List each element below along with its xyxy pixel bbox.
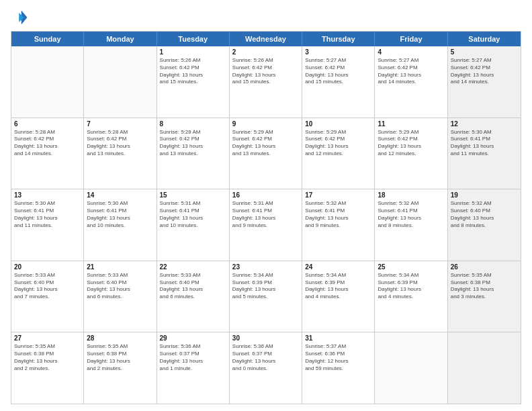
cell-info: Sunrise: 5:33 AM Sunset: 6:40 PM Dayligh…	[14, 272, 81, 301]
calendar-cell: 15Sunrise: 5:31 AM Sunset: 6:41 PM Dayli…	[157, 189, 230, 261]
header-cell-friday: Friday	[375, 32, 447, 46]
calendar-cell: 31Sunrise: 5:37 AM Sunset: 6:36 PM Dayli…	[302, 332, 375, 404]
calendar-row: 1Sunrise: 5:26 AM Sunset: 6:42 PM Daylig…	[11, 46, 521, 118]
calendar-cell: 27Sunrise: 5:35 AM Sunset: 6:38 PM Dayli…	[11, 332, 84, 404]
calendar-cell: 11Sunrise: 5:29 AM Sunset: 6:42 PM Dayli…	[375, 118, 447, 189]
cell-info: Sunrise: 5:26 AM Sunset: 6:42 PM Dayligh…	[232, 57, 299, 86]
cell-info: Sunrise: 5:26 AM Sunset: 6:42 PM Dayligh…	[160, 57, 226, 86]
calendar-cell: 23Sunrise: 5:34 AM Sunset: 6:39 PM Dayli…	[230, 261, 302, 332]
day-number: 13	[14, 191, 81, 199]
calendar-cell: 29Sunrise: 5:36 AM Sunset: 6:37 PM Dayli…	[157, 332, 230, 404]
day-number: 29	[160, 334, 226, 342]
day-number: 20	[14, 263, 81, 271]
cell-info: Sunrise: 5:28 AM Sunset: 6:42 PM Dayligh…	[160, 129, 226, 158]
day-number: 1	[160, 48, 226, 56]
day-number: 10	[305, 120, 371, 128]
calendar-cell: 1Sunrise: 5:26 AM Sunset: 6:42 PM Daylig…	[157, 46, 230, 118]
cell-info: Sunrise: 5:32 AM Sunset: 6:41 PM Dayligh…	[305, 200, 371, 229]
day-number: 25	[378, 263, 444, 271]
calendar-cell: 20Sunrise: 5:33 AM Sunset: 6:40 PM Dayli…	[11, 261, 84, 332]
cell-info: Sunrise: 5:28 AM Sunset: 6:42 PM Dayligh…	[87, 129, 153, 158]
day-number: 6	[14, 120, 81, 128]
calendar-cell: 7Sunrise: 5:28 AM Sunset: 6:42 PM Daylig…	[84, 118, 157, 189]
calendar-cell: 18Sunrise: 5:32 AM Sunset: 6:41 PM Dayli…	[375, 189, 447, 261]
calendar-cell: 26Sunrise: 5:35 AM Sunset: 6:38 PM Dayli…	[448, 261, 521, 332]
calendar-body: 1Sunrise: 5:26 AM Sunset: 6:42 PM Daylig…	[11, 46, 521, 404]
calendar-cell: 9Sunrise: 5:29 AM Sunset: 6:42 PM Daylig…	[230, 118, 302, 189]
cell-info: Sunrise: 5:36 AM Sunset: 6:37 PM Dayligh…	[232, 343, 299, 372]
day-number: 14	[87, 191, 153, 199]
calendar-cell: 6Sunrise: 5:28 AM Sunset: 6:42 PM Daylig…	[11, 118, 84, 189]
day-number: 21	[87, 263, 153, 271]
cell-info: Sunrise: 5:30 AM Sunset: 6:41 PM Dayligh…	[451, 129, 518, 158]
day-number: 24	[305, 263, 371, 271]
header-cell-tuesday: Tuesday	[157, 32, 230, 46]
calendar-cell	[11, 46, 84, 118]
cell-info: Sunrise: 5:33 AM Sunset: 6:40 PM Dayligh…	[160, 272, 226, 301]
cell-info: Sunrise: 5:32 AM Sunset: 6:41 PM Dayligh…	[378, 200, 444, 229]
calendar-cell: 5Sunrise: 5:27 AM Sunset: 6:42 PM Daylig…	[448, 46, 521, 118]
logo-icon	[11, 8, 30, 27]
calendar-row: 6Sunrise: 5:28 AM Sunset: 6:42 PM Daylig…	[11, 118, 521, 190]
header-cell-thursday: Thursday	[302, 32, 375, 46]
cell-info: Sunrise: 5:36 AM Sunset: 6:37 PM Dayligh…	[160, 343, 226, 372]
calendar: SundayMondayTuesdayWednesdayThursdayFrid…	[11, 31, 521, 404]
cell-info: Sunrise: 5:28 AM Sunset: 6:42 PM Dayligh…	[14, 129, 81, 158]
calendar-cell: 17Sunrise: 5:32 AM Sunset: 6:41 PM Dayli…	[302, 189, 375, 261]
header-cell-wednesday: Wednesday	[230, 32, 302, 46]
header-cell-monday: Monday	[84, 32, 157, 46]
calendar-row: 13Sunrise: 5:30 AM Sunset: 6:41 PM Dayli…	[11, 189, 521, 261]
cell-info: Sunrise: 5:31 AM Sunset: 6:41 PM Dayligh…	[160, 200, 226, 229]
day-number: 31	[305, 334, 371, 342]
cell-info: Sunrise: 5:35 AM Sunset: 6:38 PM Dayligh…	[14, 343, 81, 372]
cell-info: Sunrise: 5:27 AM Sunset: 6:42 PM Dayligh…	[305, 57, 371, 86]
calendar-cell: 16Sunrise: 5:31 AM Sunset: 6:41 PM Dayli…	[230, 189, 302, 261]
calendar-cell: 22Sunrise: 5:33 AM Sunset: 6:40 PM Dayli…	[157, 261, 230, 332]
day-number: 7	[87, 120, 153, 128]
cell-info: Sunrise: 5:29 AM Sunset: 6:42 PM Dayligh…	[305, 129, 371, 158]
calendar-cell: 12Sunrise: 5:30 AM Sunset: 6:41 PM Dayli…	[448, 118, 521, 189]
day-number: 2	[232, 48, 299, 56]
cell-info: Sunrise: 5:29 AM Sunset: 6:42 PM Dayligh…	[378, 129, 444, 158]
calendar-cell: 13Sunrise: 5:30 AM Sunset: 6:41 PM Dayli…	[11, 189, 84, 261]
calendar-cell	[448, 332, 521, 404]
day-number: 18	[378, 191, 444, 199]
cell-info: Sunrise: 5:34 AM Sunset: 6:39 PM Dayligh…	[232, 272, 299, 301]
day-number: 5	[451, 48, 518, 56]
day-number: 23	[232, 263, 299, 271]
day-number: 8	[160, 120, 226, 128]
header-cell-saturday: Saturday	[448, 32, 521, 46]
cell-info: Sunrise: 5:33 AM Sunset: 6:40 PM Dayligh…	[87, 272, 153, 301]
calendar-cell: 21Sunrise: 5:33 AM Sunset: 6:40 PM Dayli…	[84, 261, 157, 332]
day-number: 22	[160, 263, 226, 271]
header	[11, 8, 521, 27]
cell-info: Sunrise: 5:27 AM Sunset: 6:42 PM Dayligh…	[451, 57, 518, 86]
cell-info: Sunrise: 5:29 AM Sunset: 6:42 PM Dayligh…	[232, 129, 299, 158]
calendar-row: 27Sunrise: 5:35 AM Sunset: 6:38 PM Dayli…	[11, 332, 521, 404]
day-number: 16	[232, 191, 299, 199]
day-number: 15	[160, 191, 226, 199]
calendar-cell	[84, 46, 157, 118]
cell-info: Sunrise: 5:30 AM Sunset: 6:41 PM Dayligh…	[14, 200, 81, 229]
calendar-cell: 8Sunrise: 5:28 AM Sunset: 6:42 PM Daylig…	[157, 118, 230, 189]
calendar-cell: 30Sunrise: 5:36 AM Sunset: 6:37 PM Dayli…	[230, 332, 302, 404]
calendar-cell: 2Sunrise: 5:26 AM Sunset: 6:42 PM Daylig…	[230, 46, 302, 118]
calendar-cell: 10Sunrise: 5:29 AM Sunset: 6:42 PM Dayli…	[302, 118, 375, 189]
calendar-header: SundayMondayTuesdayWednesdayThursdayFrid…	[11, 32, 521, 46]
cell-info: Sunrise: 5:27 AM Sunset: 6:42 PM Dayligh…	[378, 57, 444, 86]
calendar-row: 20Sunrise: 5:33 AM Sunset: 6:40 PM Dayli…	[11, 261, 521, 333]
day-number: 17	[305, 191, 371, 199]
day-number: 19	[451, 191, 518, 199]
calendar-cell: 28Sunrise: 5:35 AM Sunset: 6:38 PM Dayli…	[84, 332, 157, 404]
calendar-cell: 25Sunrise: 5:34 AM Sunset: 6:39 PM Dayli…	[375, 261, 447, 332]
day-number: 27	[14, 334, 81, 342]
cell-info: Sunrise: 5:35 AM Sunset: 6:38 PM Dayligh…	[451, 272, 518, 301]
day-number: 3	[305, 48, 371, 56]
header-cell-sunday: Sunday	[11, 32, 84, 46]
calendar-cell: 4Sunrise: 5:27 AM Sunset: 6:42 PM Daylig…	[375, 46, 447, 118]
calendar-cell: 19Sunrise: 5:32 AM Sunset: 6:40 PM Dayli…	[448, 189, 521, 261]
cell-info: Sunrise: 5:34 AM Sunset: 6:39 PM Dayligh…	[378, 272, 444, 301]
page: SundayMondayTuesdayWednesdayThursdayFrid…	[0, 0, 532, 411]
day-number: 28	[87, 334, 153, 342]
calendar-cell	[375, 332, 447, 404]
